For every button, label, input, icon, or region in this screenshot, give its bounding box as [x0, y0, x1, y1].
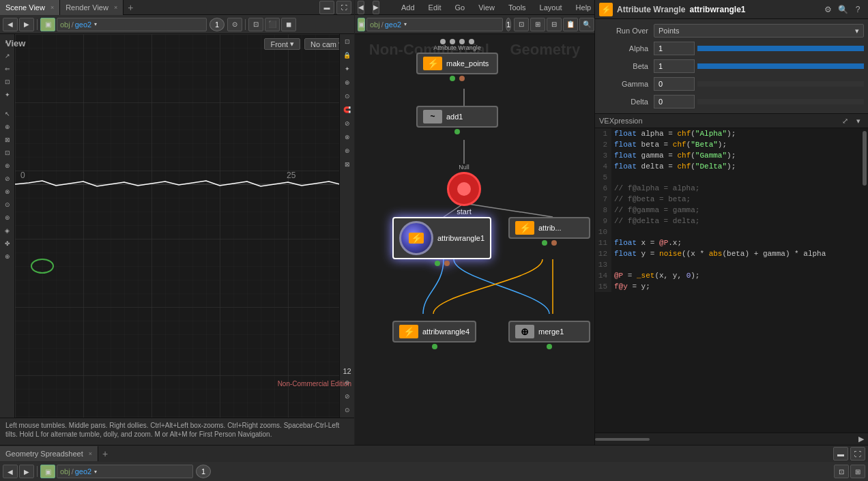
mid-path-dropdown[interactable]: obj / geo2 ▾ [366, 18, 503, 31]
menu-add[interactable]: Add [399, 3, 418, 12]
side-btn-5[interactable]: ⊙ [341, 90, 353, 102]
panel-expand-btn[interactable]: ⛶ [336, 1, 351, 14]
geo-path-dropdown[interactable]: obj / geo2 ▾ [57, 465, 193, 478]
menu-edit[interactable]: Edit [426, 3, 444, 12]
display-btn3[interactable]: ◼ [281, 18, 296, 31]
vex-expand-icon[interactable]: ⤢ [839, 115, 850, 126]
mid-back-btn[interactable]: ◀ [358, 1, 364, 14]
side-btn-bottom3[interactable]: ⊙ [341, 404, 353, 416]
path-dropdown[interactable]: obj / geo2 ▾ [57, 18, 207, 31]
alpha-input[interactable]: 1 [654, 42, 695, 55]
front-view-btn[interactable]: Front ▾ [264, 38, 300, 50]
geo-expand-btn[interactable]: ⛶ [850, 447, 865, 461]
side-btn-3[interactable]: ✦ [341, 63, 353, 75]
side-btn-4[interactable]: ⊕ [341, 76, 353, 89]
panel-collapse-btn[interactable]: ▬ [319, 1, 334, 14]
tool-b5[interactable]: ⊘ [1, 173, 14, 185]
beta-slider[interactable] [697, 63, 864, 69]
delta-slider[interactable] [697, 99, 864, 104]
tool-b8[interactable]: ⊚ [1, 212, 14, 224]
vex-collapse-icon[interactable]: ▾ [853, 115, 864, 126]
back-btn[interactable]: ◀ [3, 18, 18, 31]
tool-b9[interactable]: ◈ [1, 224, 14, 237]
menu-help[interactable]: Help [573, 3, 594, 12]
mid-obj-icon[interactable]: ▣ [358, 18, 365, 31]
vex-expand-btn[interactable]: ▶ [854, 434, 868, 445]
frame-num[interactable]: 1 [209, 18, 225, 31]
geo-spreadsheet-tab[interactable]: Geometry Spreadsheet × [0, 446, 98, 461]
tool-b7[interactable]: ⊙ [1, 199, 14, 211]
geo-fwd-btn[interactable]: ▶ [19, 465, 34, 478]
tab-add-button[interactable]: + [124, 2, 137, 13]
mid-tb-btn2[interactable]: ⊞ [530, 18, 545, 31]
mid-tb-btn4[interactable]: 📋 [563, 18, 578, 31]
menu-tools[interactable]: Tools [506, 3, 529, 12]
tool-b2[interactable]: ⊠ [1, 134, 14, 146]
tool-b1[interactable]: ⊕ [1, 121, 14, 133]
tool-b4[interactable]: ⊛ [1, 160, 14, 172]
side-btn-6[interactable]: 🧲 [341, 104, 353, 116]
geo-tb2[interactable]: ⊞ [850, 465, 865, 478]
playback-btn[interactable]: ⊙ [227, 18, 242, 31]
gamma-slider[interactable] [697, 81, 864, 87]
node-attrib-right-box[interactable]: ⚡ attrib... [508, 217, 590, 239]
node-add1-box[interactable]: ~ add1 [416, 106, 498, 128]
scene-view-tab-close[interactable]: × [50, 4, 54, 11]
tool-select2[interactable]: ↗ [1, 50, 14, 62]
tool-move[interactable]: ⇐ [1, 63, 14, 75]
tool-b10[interactable]: ✤ [1, 237, 14, 250]
display-btn1[interactable]: ⊡ [248, 18, 263, 31]
menu-layout[interactable]: Layout [537, 3, 565, 12]
node-make-points[interactable]: Attribute Wrangle ⚡ make_points [416, 44, 498, 81]
mid-tb-btn3[interactable]: ⊟ [547, 18, 562, 31]
geo-tab-add[interactable]: + [98, 448, 112, 459]
obj-icon[interactable]: ▣ [40, 18, 55, 31]
alpha-slider[interactable] [697, 46, 864, 51]
tab-render-view[interactable]: Render View × [60, 0, 124, 15]
vex-editor[interactable]: 1 float alpha = chf("Alpha"); 2 float be… [595, 128, 868, 433]
side-btn-1[interactable]: ⊡ [341, 35, 353, 48]
side-btn-7[interactable]: ⊘ [341, 117, 353, 130]
tool-b6[interactable]: ⊗ [1, 186, 14, 198]
geo-collapse-btn[interactable]: ▬ [833, 447, 848, 461]
geo-tb1[interactable]: ⊡ [834, 465, 849, 478]
node-attrib-right[interactable]: ⚡ attrib... [508, 217, 590, 246]
forward-btn[interactable]: ▶ [19, 18, 34, 31]
tab-scene-view[interactable]: Scene View × [0, 0, 60, 15]
side-btn-9[interactable]: ⊛ [341, 145, 353, 157]
tool-snap[interactable]: ✦ [1, 89, 14, 101]
tool-b3[interactable]: ⊡ [1, 147, 14, 159]
tool-arrow[interactable]: ↖ [1, 108, 14, 120]
node-attribwrangle4-box[interactable]: ⚡ attribwrangle4 [392, 321, 476, 342]
node-add1[interactable]: ~ add1 [416, 106, 498, 134]
node-merge1[interactable]: ⊕ merge1 [508, 321, 590, 349]
tool-camera[interactable]: ⊡ [1, 76, 14, 88]
side-btn-2[interactable]: 🔒 [341, 49, 353, 61]
mid-tb-btn1[interactable]: ⊡ [514, 18, 529, 31]
node-attribwrangle4[interactable]: ⚡ attribwrangle4 [392, 321, 476, 349]
side-btn-10[interactable]: ⊠ [341, 158, 353, 171]
delta-input[interactable]: 0 [654, 95, 695, 108]
geo-spreadsheet-close[interactable]: × [89, 450, 92, 457]
render-view-tab-close[interactable]: × [114, 4, 117, 11]
tool-b11[interactable]: ⊕ [1, 250, 14, 263]
right-gear-icon[interactable]: ⚙ [822, 3, 834, 16]
node-merge1-box[interactable]: ⊕ merge1 [508, 321, 590, 342]
menu-go[interactable]: Go [452, 3, 468, 12]
gamma-input[interactable]: 0 [654, 77, 695, 91]
geo-frame-num[interactable]: 1 [196, 465, 211, 478]
geo-obj-icon[interactable]: ▣ [40, 465, 55, 478]
mid-tb-btn5[interactable]: 🔍 [579, 18, 594, 31]
right-search-icon[interactable]: 🔍 [837, 3, 849, 16]
menu-view[interactable]: View [476, 3, 497, 12]
display-btn2[interactable]: ⬛ [265, 18, 280, 31]
right-help-icon[interactable]: ? [852, 3, 864, 16]
node-attribwrangle1[interactable]: ⚡ attribwrangle1 [392, 217, 491, 266]
mid-frame-num[interactable]: 1 [506, 18, 511, 31]
run-over-dropdown[interactable]: Points ▾ [654, 24, 864, 38]
node-make-points-box[interactable]: ⚡ make_points [416, 53, 498, 74]
node-start[interactable]: Null start [447, 164, 481, 222]
mid-fwd-btn[interactable]: ▶ [373, 1, 379, 14]
geo-back-btn[interactable]: ◀ [3, 465, 18, 478]
side-btn-bottom2[interactable]: ⊘ [341, 390, 353, 403]
